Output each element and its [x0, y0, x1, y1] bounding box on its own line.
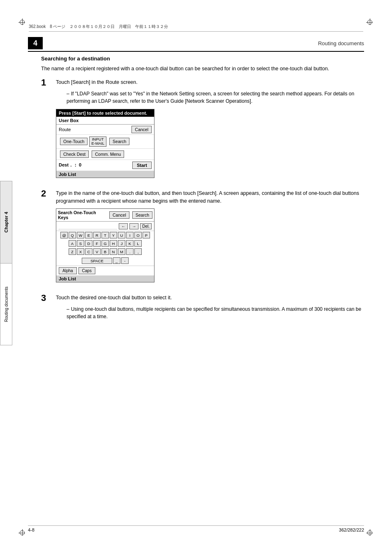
screen1-search-btn[interactable]: Search — [109, 138, 129, 145]
top-meta: 362.book 8 ページ ２００８年１０月２０日 月曜日 午前１１時３２分 — [29, 24, 363, 32]
kb-caps-btn[interactable]: Caps — [78, 267, 95, 274]
kb-key-period[interactable]: . — [126, 248, 134, 255]
kb-key-at[interactable]: @ — [60, 232, 68, 238]
screen2-joblist[interactable]: Job List — [56, 275, 154, 282]
screen1-commmenu-btn[interactable]: Comm. Menu — [92, 150, 124, 158]
kb-key-r[interactable]: R — [93, 232, 101, 238]
kb-del-btn[interactable]: Del. — [140, 223, 152, 229]
page-header: 4 Routing documents — [28, 37, 364, 52]
kb-key-b[interactable]: B — [101, 248, 109, 255]
step-1-note: –If "LDAP Search" was set to "Yes" in th… — [61, 90, 363, 105]
chapter-tab: Chapter 4 — [0, 181, 12, 264]
kb-row1: @ Q W E R T Y U I O P — [56, 231, 154, 239]
kb-key-comma[interactable]: , — [134, 248, 142, 255]
section-heading: Searching for a destination — [41, 56, 363, 62]
screen1-checkdest-btn[interactable]: Check Dest — [60, 150, 89, 158]
kb-key-m[interactable]: M — [118, 248, 125, 255]
step-1: 1 Touch [Search] in the Route screen. –I… — [41, 79, 363, 183]
kb-header: Search One-Touch Keys Cancel Search — [56, 209, 154, 222]
side-labels: Chapter 4 Routing documents — [0, 181, 12, 345]
kb-key-c[interactable]: C — [85, 248, 92, 255]
kb-cancel-btn[interactable]: Cancel — [109, 211, 129, 219]
screen1-btn-row2: Check Dest Comm. Menu — [56, 149, 154, 160]
routing-tab: Routing documents — [0, 264, 12, 346]
step-1-number: 1 — [41, 78, 56, 88]
step-3-note: –Using one-touch dial buttons, multiple … — [61, 305, 363, 320]
step-1-content: Touch [Search] in the Route screen. –If … — [56, 79, 363, 183]
corner-mark-br — [367, 530, 372, 535]
kb-key-h[interactable]: H — [110, 240, 117, 247]
kb-key-f[interactable]: F — [93, 240, 101, 247]
screen1-btn-row1: One-Touch INPUT E-MAIL Search — [56, 135, 154, 149]
kb-hyphen-btn[interactable]: - — [121, 257, 129, 264]
kb-key-o[interactable]: O — [134, 232, 142, 238]
routing-label: Routing documents — [4, 287, 9, 322]
kb-title: Search One-Touch Keys — [58, 210, 106, 220]
kb-key-q[interactable]: Q — [69, 232, 76, 238]
step-3-content: Touch the desired one-touch dial button … — [56, 294, 363, 324]
kb-key-t[interactable]: T — [101, 232, 109, 238]
kb-key-g[interactable]: G — [101, 240, 109, 247]
screen1-dest-row: Dest．： 0 Start — [56, 160, 154, 171]
kb-input-field[interactable] — [59, 223, 117, 229]
kb-input-row: ← → Del. — [56, 222, 154, 231]
screen1-joblist[interactable]: Job List — [56, 171, 154, 178]
chapter-number-box: 4 — [28, 37, 43, 49]
kb-row2: A S D F G H J K L — [56, 239, 154, 247]
kb-key-e[interactable]: E — [85, 232, 92, 238]
corner-mark-tl — [20, 20, 25, 25]
step-2: 2 Type in the name of the one-touch dial… — [41, 190, 363, 288]
screen-mockup-1: Press [Start] to route selected document… — [56, 109, 154, 178]
main-content: Searching for a destination The name of … — [41, 56, 363, 522]
kb-key-k[interactable]: K — [126, 240, 134, 247]
kb-key-j[interactable]: J — [118, 240, 125, 247]
corner-mark-bl — [20, 530, 25, 535]
kb-search-btn[interactable]: Search — [132, 211, 152, 219]
step-2-number: 2 — [41, 189, 56, 199]
kb-underscore-btn[interactable]: _ — [113, 257, 120, 264]
page-footer: 4-8 362/282/222 — [28, 525, 364, 532]
step-3: 3 Touch the desired one-touch dial butto… — [41, 294, 363, 324]
screen1-label: User Box — [56, 117, 154, 125]
kb-key-w[interactable]: W — [77, 232, 84, 238]
intro-text: The name of a recipient registered with … — [41, 65, 363, 73]
kb-key-i[interactable]: I — [126, 232, 134, 238]
screen1-email-btn[interactable]: INPUT E-MAIL — [89, 136, 106, 147]
kb-key-z[interactable]: Z — [69, 248, 76, 255]
kb-key-l[interactable]: L — [134, 240, 142, 247]
page-title: Routing documents — [48, 40, 364, 46]
kb-key-v[interactable]: V — [93, 248, 101, 255]
kb-row3: Z X C V B N M . , — [56, 247, 154, 256]
footer-right: 362/282/222 — [339, 527, 364, 532]
kb-alpha-btn[interactable]: Alpha — [59, 267, 77, 274]
footer-left: 4-8 — [28, 527, 35, 532]
kb-key-y[interactable]: Y — [110, 232, 117, 238]
step-1-text: Touch [Search] in the Route screen. — [56, 79, 363, 86]
screen1-onetouch-btn[interactable]: One-Touch — [60, 138, 88, 145]
kb-left-arrow[interactable]: ← — [119, 223, 128, 229]
kb-key-p[interactable]: P — [143, 232, 150, 238]
step-2-text: Type in the name of the one-touch dial b… — [56, 190, 363, 206]
kb-key-d[interactable]: D — [85, 240, 92, 247]
screen1-route-row: Route Cancel — [56, 125, 154, 135]
screen1-dest-label: Dest．： 0 — [59, 162, 132, 168]
kb-bottom-row: Alpha Caps — [56, 266, 154, 275]
step-3-text: Touch the desired one-touch dial button … — [56, 294, 363, 302]
kb-space-row: SPACE _ - — [56, 257, 154, 265]
step-2-content: Type in the name of the one-touch dial b… — [56, 190, 363, 288]
kb-key-a[interactable]: A — [69, 240, 76, 247]
screen1-route-label: Route — [59, 127, 130, 132]
kb-key-n[interactable]: N — [110, 248, 117, 255]
kb-space-btn[interactable]: SPACE — [82, 258, 112, 264]
kb-key-s[interactable]: S — [77, 240, 84, 247]
screen1-header: Press [Start] to route selected document… — [56, 109, 154, 117]
kb-key-u[interactable]: U — [118, 232, 125, 238]
corner-mark-tr — [367, 20, 372, 25]
screen1-start-btn[interactable]: Start — [132, 162, 152, 169]
screen-mockup-2: Search One-Touch Keys Cancel Search ← → … — [56, 208, 154, 282]
kb-right-arrow[interactable]: → — [129, 223, 138, 229]
screen1-cancel-btn[interactable]: Cancel — [131, 126, 152, 133]
step-3-number: 3 — [41, 293, 56, 303]
chapter-label: Chapter 4 — [4, 212, 9, 233]
kb-key-x[interactable]: X — [77, 248, 84, 255]
